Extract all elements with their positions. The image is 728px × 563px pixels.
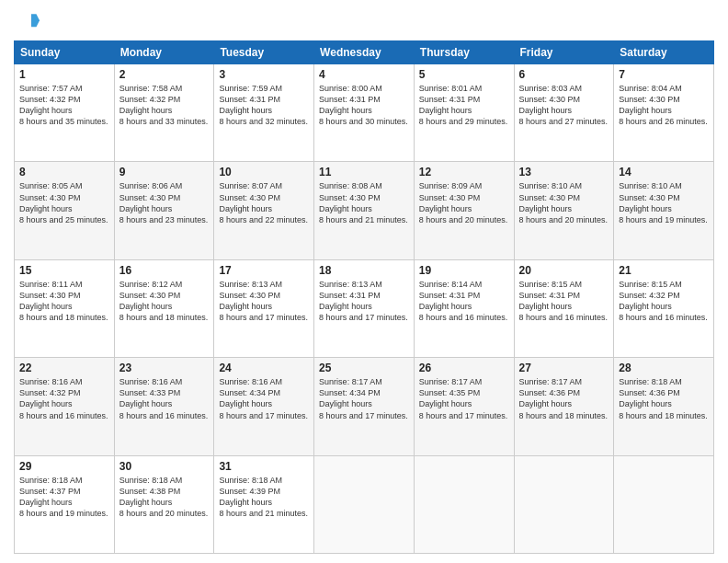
weekday-saturday: Saturday — [614, 41, 714, 64]
logo-icon — [14, 9, 40, 35]
day-cell: 29 Sunrise: 8:18 AMSunset: 4:37 PMDaylig… — [15, 455, 115, 553]
day-info: Sunrise: 8:17 AMSunset: 4:34 PMDaylight … — [319, 376, 409, 421]
day-cell: 25 Sunrise: 8:17 AMSunset: 4:34 PMDaylig… — [314, 358, 415, 455]
day-cell: 10 Sunrise: 8:07 AMSunset: 4:30 PMDaylig… — [214, 162, 314, 259]
day-number: 30 — [119, 460, 210, 473]
page: SundayMondayTuesdayWednesdayThursdayFrid… — [0, 0, 728, 563]
day-cell: 1 Sunrise: 7:57 AMSunset: 4:32 PMDayligh… — [15, 64, 115, 162]
svg-marker-2 — [31, 14, 40, 27]
day-info: Sunrise: 8:10 AMSunset: 4:30 PMDaylight … — [619, 180, 709, 225]
day-cell: 26 Sunrise: 8:17 AMSunset: 4:35 PMDaylig… — [414, 358, 514, 455]
day-cell: 22 Sunrise: 8:16 AMSunset: 4:32 PMDaylig… — [15, 358, 115, 455]
day-cell: 19 Sunrise: 8:14 AMSunset: 4:31 PMDaylig… — [414, 259, 514, 357]
day-number: 16 — [119, 264, 210, 277]
day-info: Sunrise: 8:14 AMSunset: 4:31 PMDaylight … — [419, 279, 509, 324]
day-number: 19 — [419, 264, 509, 277]
day-cell: 4 Sunrise: 8:00 AMSunset: 4:31 PMDayligh… — [314, 64, 415, 162]
day-number: 28 — [619, 362, 709, 374]
day-number: 31 — [219, 460, 309, 473]
day-cell: 16 Sunrise: 8:12 AMSunset: 4:30 PMDaylig… — [114, 259, 214, 357]
day-cell: 3 Sunrise: 7:59 AMSunset: 4:31 PMDayligh… — [214, 64, 314, 162]
day-info: Sunrise: 8:16 AMSunset: 4:33 PMDaylight … — [119, 376, 210, 421]
day-info: Sunrise: 8:12 AMSunset: 4:30 PMDaylight … — [119, 279, 210, 324]
week-row-2: 8 Sunrise: 8:05 AMSunset: 4:30 PMDayligh… — [15, 162, 714, 259]
day-info: Sunrise: 8:18 AMSunset: 4:38 PMDaylight … — [119, 475, 210, 520]
week-row-1: 1 Sunrise: 7:57 AMSunset: 4:32 PMDayligh… — [15, 64, 714, 162]
day-cell: 8 Sunrise: 8:05 AMSunset: 4:30 PMDayligh… — [15, 162, 115, 259]
day-info: Sunrise: 8:16 AMSunset: 4:32 PMDaylight … — [19, 376, 109, 421]
day-number: 17 — [219, 264, 309, 277]
day-info: Sunrise: 8:17 AMSunset: 4:35 PMDaylight … — [419, 376, 509, 421]
day-info: Sunrise: 8:16 AMSunset: 4:34 PMDaylight … — [219, 376, 309, 421]
day-number: 6 — [519, 68, 609, 81]
logo — [14, 9, 43, 35]
day-cell — [314, 455, 415, 553]
day-cell: 6 Sunrise: 8:03 AMSunset: 4:30 PMDayligh… — [514, 64, 614, 162]
day-info: Sunrise: 8:13 AMSunset: 4:31 PMDaylight … — [319, 279, 409, 324]
day-info: Sunrise: 8:17 AMSunset: 4:36 PMDaylight … — [519, 376, 609, 421]
day-info: Sunrise: 8:06 AMSunset: 4:30 PMDaylight … — [119, 180, 210, 225]
weekday-header-row: SundayMondayTuesdayWednesdayThursdayFrid… — [15, 41, 714, 64]
day-info: Sunrise: 7:58 AMSunset: 4:32 PMDaylight … — [119, 83, 210, 128]
day-info: Sunrise: 8:18 AMSunset: 4:36 PMDaylight … — [619, 376, 709, 421]
day-number: 5 — [419, 68, 509, 81]
day-cell: 13 Sunrise: 8:10 AMSunset: 4:30 PMDaylig… — [514, 162, 614, 259]
day-number: 24 — [219, 362, 309, 374]
day-number: 22 — [19, 362, 109, 374]
day-cell: 20 Sunrise: 8:15 AMSunset: 4:31 PMDaylig… — [514, 259, 614, 357]
day-number: 3 — [219, 68, 309, 81]
weekday-sunday: Sunday — [15, 41, 115, 64]
day-cell: 21 Sunrise: 8:15 AMSunset: 4:32 PMDaylig… — [614, 259, 714, 357]
day-number: 23 — [119, 362, 210, 374]
weekday-monday: Monday — [114, 41, 214, 64]
day-info: Sunrise: 8:03 AMSunset: 4:30 PMDaylight … — [519, 83, 609, 128]
day-info: Sunrise: 8:10 AMSunset: 4:30 PMDaylight … — [519, 180, 609, 225]
day-info: Sunrise: 8:13 AMSunset: 4:30 PMDaylight … — [219, 279, 309, 324]
day-cell: 9 Sunrise: 8:06 AMSunset: 4:30 PMDayligh… — [114, 162, 214, 259]
weekday-wednesday: Wednesday — [314, 41, 415, 64]
day-cell: 2 Sunrise: 7:58 AMSunset: 4:32 PMDayligh… — [114, 64, 214, 162]
day-info: Sunrise: 8:18 AMSunset: 4:37 PMDaylight … — [19, 475, 109, 520]
calendar-table: SundayMondayTuesdayWednesdayThursdayFrid… — [14, 40, 714, 554]
day-number: 26 — [419, 362, 509, 374]
day-number: 9 — [119, 166, 210, 178]
day-info: Sunrise: 8:07 AMSunset: 4:30 PMDaylight … — [219, 180, 309, 225]
day-number: 7 — [619, 68, 709, 81]
week-row-4: 22 Sunrise: 8:16 AMSunset: 4:32 PMDaylig… — [15, 358, 714, 455]
day-cell: 17 Sunrise: 8:13 AMSunset: 4:30 PMDaylig… — [214, 259, 314, 357]
day-cell: 31 Sunrise: 8:18 AMSunset: 4:39 PMDaylig… — [214, 455, 314, 553]
day-info: Sunrise: 7:59 AMSunset: 4:31 PMDaylight … — [219, 83, 309, 128]
header — [14, 9, 714, 35]
day-cell — [414, 455, 514, 553]
day-cell: 24 Sunrise: 8:16 AMSunset: 4:34 PMDaylig… — [214, 358, 314, 455]
weekday-tuesday: Tuesday — [214, 41, 314, 64]
day-info: Sunrise: 8:01 AMSunset: 4:31 PMDaylight … — [419, 83, 509, 128]
weekday-thursday: Thursday — [414, 41, 514, 64]
day-cell: 28 Sunrise: 8:18 AMSunset: 4:36 PMDaylig… — [614, 358, 714, 455]
day-number: 10 — [219, 166, 309, 178]
day-info: Sunrise: 8:08 AMSunset: 4:30 PMDaylight … — [319, 180, 409, 225]
day-info: Sunrise: 8:15 AMSunset: 4:32 PMDaylight … — [619, 279, 709, 324]
week-row-5: 29 Sunrise: 8:18 AMSunset: 4:37 PMDaylig… — [15, 455, 714, 553]
day-info: Sunrise: 8:00 AMSunset: 4:31 PMDaylight … — [319, 83, 409, 128]
day-number: 18 — [319, 264, 409, 277]
day-number: 4 — [319, 68, 409, 81]
weekday-friday: Friday — [514, 41, 614, 64]
day-info: Sunrise: 7:57 AMSunset: 4:32 PMDaylight … — [19, 83, 109, 128]
day-info: Sunrise: 8:11 AMSunset: 4:30 PMDaylight … — [19, 279, 109, 324]
day-number: 20 — [519, 264, 609, 277]
day-number: 2 — [119, 68, 210, 81]
day-cell: 23 Sunrise: 8:16 AMSunset: 4:33 PMDaylig… — [114, 358, 214, 455]
day-number: 15 — [19, 264, 109, 277]
day-number: 27 — [519, 362, 609, 374]
day-cell: 27 Sunrise: 8:17 AMSunset: 4:36 PMDaylig… — [514, 358, 614, 455]
week-row-3: 15 Sunrise: 8:11 AMSunset: 4:30 PMDaylig… — [15, 259, 714, 357]
day-number: 14 — [619, 166, 709, 178]
day-number: 21 — [619, 264, 709, 277]
day-number: 12 — [419, 166, 509, 178]
day-cell: 18 Sunrise: 8:13 AMSunset: 4:31 PMDaylig… — [314, 259, 415, 357]
day-number: 8 — [19, 166, 109, 178]
day-number: 25 — [319, 362, 409, 374]
day-number: 11 — [319, 166, 409, 178]
day-cell: 14 Sunrise: 8:10 AMSunset: 4:30 PMDaylig… — [614, 162, 714, 259]
